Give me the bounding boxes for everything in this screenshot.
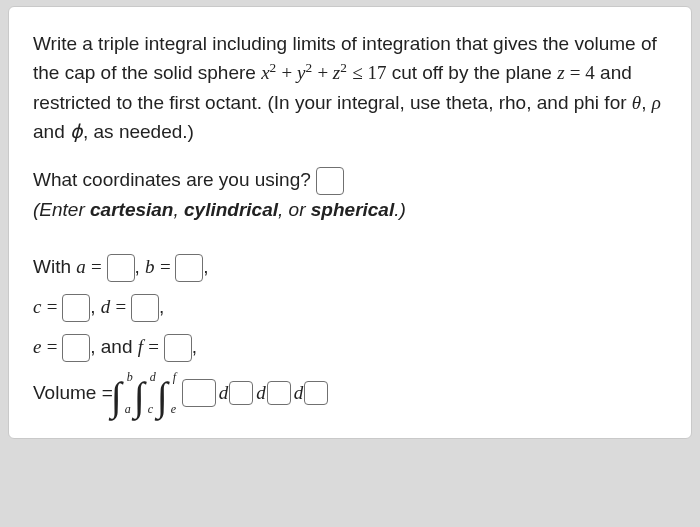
limits-row-ab: With a = , b = , [33, 252, 667, 282]
int2-top: d [150, 368, 156, 387]
int1-bot: a [125, 400, 131, 419]
plane-val: 4 [585, 62, 595, 83]
opt-spherical: spherical [311, 199, 394, 220]
input-d[interactable] [131, 294, 159, 322]
hint-post: .) [394, 199, 406, 220]
eq: = [47, 296, 62, 317]
integral-3-icon: ∫ f e [159, 372, 181, 414]
phi: ϕ [70, 121, 83, 142]
limits-row-cd: c = , d = , [33, 292, 667, 322]
var-c: c [33, 296, 41, 317]
volume-label: Volume = [33, 378, 113, 407]
opt-cylindrical: cylindrical [184, 199, 278, 220]
eq: = [160, 256, 175, 277]
d3-label: d [294, 378, 304, 407]
integral-1-icon: ∫ b a [113, 372, 135, 414]
exp: 2 [305, 60, 312, 75]
var-b: b [145, 256, 155, 277]
eq: = [570, 62, 585, 83]
text: , as needed.) [83, 121, 194, 142]
comma: , [203, 256, 208, 277]
input-d3[interactable] [304, 381, 328, 405]
input-e[interactable] [62, 334, 90, 362]
input-f[interactable] [164, 334, 192, 362]
var-z: z [557, 62, 564, 83]
triple-integral: ∫ b a ∫ d c ∫ f e [113, 372, 182, 414]
and: and [33, 121, 70, 142]
comma: , [135, 256, 146, 277]
comma: , [159, 296, 164, 317]
coords-question: What coordinates are you using? [33, 169, 316, 190]
input-a[interactable] [107, 254, 135, 282]
d2-label: d [256, 378, 266, 407]
limits-row-ef: e = , and f = , [33, 332, 667, 362]
var-x: x [261, 62, 269, 83]
sep: , [173, 199, 184, 220]
comma: , [192, 336, 197, 357]
and: , and [90, 336, 138, 357]
input-b[interactable] [175, 254, 203, 282]
plus: + [282, 62, 297, 83]
hint-pre: (Enter [33, 199, 90, 220]
rhs: 17 [367, 62, 386, 83]
int1-top: b [127, 368, 133, 387]
input-integrand[interactable] [182, 379, 216, 407]
plus: + [317, 62, 332, 83]
problem-card: Write a triple integral including limits… [8, 6, 692, 439]
coords-hint: (Enter cartesian, cylindrical, or spheri… [33, 195, 667, 224]
leq: ≤ [352, 62, 367, 83]
comma: , [90, 296, 101, 317]
var-e: e [33, 336, 41, 357]
var-f: f [138, 336, 143, 357]
text: cut off by the plane [392, 62, 558, 83]
input-c[interactable] [62, 294, 90, 322]
eq: = [47, 336, 62, 357]
eq: = [91, 256, 106, 277]
eq: = [116, 296, 131, 317]
comma: , [641, 92, 652, 113]
problem-statement: Write a triple integral including limits… [33, 29, 667, 147]
integral-2-icon: ∫ d c [136, 372, 158, 414]
volume-row: Volume = ∫ b a ∫ d c ∫ f e d d d [33, 372, 667, 414]
var-d: d [101, 296, 111, 317]
input-d1[interactable] [229, 381, 253, 405]
exp: 2 [270, 60, 277, 75]
exp: 2 [340, 60, 347, 75]
sep: , or [278, 199, 311, 220]
opt-cartesian: cartesian [90, 199, 173, 220]
int3-top: f [173, 368, 176, 387]
var-a: a [76, 256, 86, 277]
int3-bot: e [171, 400, 176, 419]
with-label: With [33, 256, 76, 277]
int2-bot: c [148, 400, 153, 419]
rho: ρ [652, 92, 661, 113]
coords-question-row: What coordinates are you using? [33, 165, 667, 195]
input-d2[interactable] [267, 381, 291, 405]
eq: = [148, 336, 163, 357]
coords-input[interactable] [316, 167, 344, 195]
d1-label: d [219, 378, 229, 407]
theta: θ [632, 92, 641, 113]
